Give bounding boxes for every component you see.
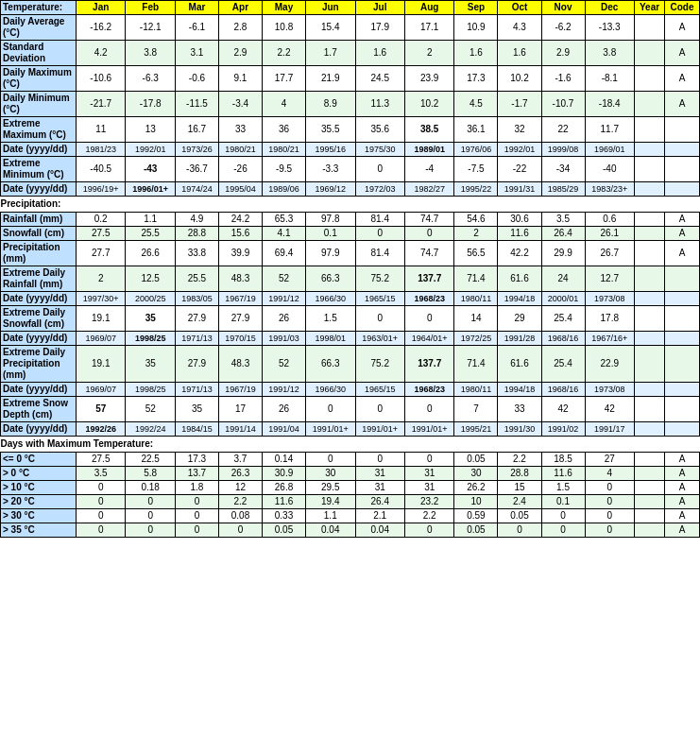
col-year: Year bbox=[635, 1, 665, 15]
cell-date-extreme-min-col-1: 1996/01+ bbox=[126, 182, 175, 197]
cell-days-gt30-col-11: 0 bbox=[585, 509, 634, 523]
label-extreme-daily-precip: Extreme Daily Precipitation (mm) bbox=[1, 346, 77, 383]
cell-precipitation-col-0: 27.7 bbox=[77, 241, 126, 266]
cell-extreme-daily-rain-col-5: 66.3 bbox=[306, 266, 355, 292]
cell-date-extreme-max-col-0: 1981/23 bbox=[77, 143, 126, 157]
table-body: Daily Average (°C)-16.2-12.1-6.12.810.81… bbox=[1, 15, 700, 538]
cell-std-dev-col-7: 2 bbox=[404, 41, 453, 66]
section-header-label: Precipitation: bbox=[1, 197, 700, 213]
cell-days-gt10-col-2: 1.8 bbox=[175, 481, 218, 495]
cell-days-gt20-col-13: A bbox=[665, 495, 700, 509]
cell-snowfall-col-6: 0 bbox=[355, 227, 404, 241]
cell-rainfall-col-7: 74.7 bbox=[404, 213, 453, 227]
cell-days-gt20-col-9: 2.4 bbox=[498, 495, 541, 509]
cell-daily-avg-col-5: 15.4 bbox=[306, 15, 355, 41]
cell-extreme-max-col-10: 22 bbox=[541, 117, 585, 143]
cell-date-extreme-daily-precip-col-12 bbox=[635, 383, 665, 397]
cell-rainfall-col-9: 30.6 bbox=[498, 213, 541, 227]
label-snowfall: Snowfall (cm) bbox=[1, 227, 77, 241]
cell-daily-avg-col-4: 10.8 bbox=[263, 15, 306, 41]
cell-date-extreme-daily-precip-col-0: 1969/07 bbox=[77, 383, 126, 397]
row-days-gt0: > 0 °C3.55.813.726.330.93031313028.811.6… bbox=[1, 467, 700, 481]
cell-extreme-daily-precip-col-13 bbox=[665, 346, 700, 383]
cell-extreme-daily-snow-col-2: 27.9 bbox=[175, 306, 218, 332]
cell-extreme-daily-precip-col-6: 75.2 bbox=[355, 346, 404, 383]
cell-days-gt35-col-2: 0 bbox=[175, 523, 218, 538]
cell-rainfall-col-1: 1.1 bbox=[126, 213, 175, 227]
cell-days-le0-col-3: 3.7 bbox=[218, 453, 262, 467]
cell-date-extreme-min-col-2: 1974/24 bbox=[175, 182, 218, 197]
cell-daily-min-col-8: 4.5 bbox=[454, 92, 498, 117]
cell-snowfall-col-8: 2 bbox=[454, 227, 498, 241]
cell-days-gt0-col-11: 4 bbox=[585, 467, 634, 481]
cell-extreme-snow-depth-col-9: 33 bbox=[498, 397, 541, 422]
cell-snowfall-col-3: 15.6 bbox=[218, 227, 262, 241]
cell-date-extreme-min-col-0: 1996/19+ bbox=[77, 182, 126, 197]
cell-extreme-min-col-8: -7.5 bbox=[454, 157, 498, 182]
row-days-gt20: > 20 °C0002.211.619.426.423.2102.40.10A bbox=[1, 495, 700, 509]
cell-extreme-daily-snow-col-6: 0 bbox=[355, 306, 404, 332]
cell-date-extreme-daily-precip-col-5: 1966/30 bbox=[306, 383, 355, 397]
row-snowfall: Snowfall (cm)27.525.528.815.64.10.100211… bbox=[1, 227, 700, 241]
cell-rainfall-col-12 bbox=[635, 213, 665, 227]
cell-extreme-daily-snow-col-0: 19.1 bbox=[77, 306, 126, 332]
cell-date-extreme-daily-snow-col-0: 1969/07 bbox=[77, 332, 126, 346]
cell-daily-max-col-5: 21.9 bbox=[306, 66, 355, 92]
cell-date-extreme-snow-depth-col-0: 1992/26 bbox=[77, 422, 126, 437]
label-date-extreme-max: Date (yyyy/dd) bbox=[1, 143, 77, 157]
cell-date-extreme-min-col-10: 1985/29 bbox=[541, 182, 585, 197]
cell-daily-avg-col-8: 10.9 bbox=[454, 15, 498, 41]
cell-daily-max-col-3: 9.1 bbox=[218, 66, 262, 92]
cell-daily-min-col-11: -18.4 bbox=[585, 92, 634, 117]
cell-extreme-snow-depth-col-8: 7 bbox=[454, 397, 498, 422]
cell-extreme-daily-snow-col-8: 14 bbox=[454, 306, 498, 332]
cell-date-extreme-min-col-8: 1995/22 bbox=[454, 182, 498, 197]
cell-date-extreme-max-col-5: 1995/16 bbox=[306, 143, 355, 157]
col-mar: Mar bbox=[175, 1, 218, 15]
cell-date-extreme-daily-rain-col-5: 1966/30 bbox=[306, 292, 355, 306]
cell-days-gt10-col-3: 12 bbox=[218, 481, 262, 495]
cell-extreme-max-col-1: 13 bbox=[126, 117, 175, 143]
climate-table: Temperature: Jan Feb Mar Apr May Jun Jul… bbox=[0, 0, 700, 538]
cell-std-dev-col-11: 3.8 bbox=[585, 41, 634, 66]
label-date-extreme-daily-precip: Date (yyyy/dd) bbox=[1, 383, 77, 397]
cell-extreme-min-col-3: -26 bbox=[218, 157, 262, 182]
cell-extreme-daily-rain-col-10: 24 bbox=[541, 266, 585, 292]
cell-days-gt20-col-5: 19.4 bbox=[306, 495, 355, 509]
cell-days-gt20-col-12 bbox=[635, 495, 665, 509]
cell-rainfall-col-6: 81.4 bbox=[355, 213, 404, 227]
cell-daily-max-col-4: 17.7 bbox=[263, 66, 306, 92]
label-extreme-max: Extreme Maximum (°C) bbox=[1, 117, 77, 143]
cell-extreme-snow-depth-col-3: 17 bbox=[218, 397, 262, 422]
cell-extreme-daily-rain-col-2: 25.5 bbox=[175, 266, 218, 292]
cell-daily-min-col-4: 4 bbox=[263, 92, 306, 117]
label-days-gt30: > 30 °C bbox=[1, 509, 77, 523]
cell-extreme-daily-snow-col-9: 29 bbox=[498, 306, 541, 332]
cell-days-gt35-col-0: 0 bbox=[77, 523, 126, 538]
cell-precipitation-col-9: 42.2 bbox=[498, 241, 541, 266]
col-jan: Jan bbox=[77, 1, 126, 15]
cell-date-extreme-daily-precip-col-4: 1991/12 bbox=[263, 383, 306, 397]
cell-days-gt35-col-13: A bbox=[665, 523, 700, 538]
row-days-gt35: > 35 °C00000.050.040.0400.05000A bbox=[1, 523, 700, 538]
cell-daily-avg-col-12 bbox=[635, 15, 665, 41]
cell-date-extreme-daily-rain-col-0: 1997/30+ bbox=[77, 292, 126, 306]
cell-date-extreme-min-col-6: 1972/03 bbox=[355, 182, 404, 197]
cell-date-extreme-daily-precip-col-9: 1994/18 bbox=[498, 383, 541, 397]
cell-snowfall-col-4: 4.1 bbox=[263, 227, 306, 241]
cell-days-gt0-col-13: A bbox=[665, 467, 700, 481]
cell-days-le0-col-6: 0 bbox=[355, 453, 404, 467]
cell-date-extreme-daily-precip-col-8: 1980/11 bbox=[454, 383, 498, 397]
row-rainfall: Rainfall (mm)0.21.14.924.265.397.881.474… bbox=[1, 213, 700, 227]
cell-date-extreme-snow-depth-col-6: 1991/01+ bbox=[355, 422, 404, 437]
cell-date-extreme-daily-snow-col-8: 1972/25 bbox=[454, 332, 498, 346]
cell-days-gt20-col-0: 0 bbox=[77, 495, 126, 509]
cell-days-gt10-col-4: 26.8 bbox=[263, 481, 306, 495]
label-std-dev: Standard Deviation bbox=[1, 41, 77, 66]
cell-date-extreme-min-col-9: 1991/31 bbox=[498, 182, 541, 197]
cell-days-gt0-col-10: 11.6 bbox=[541, 467, 585, 481]
row-extreme-daily-snow: Extreme Daily Snowfall (cm)19.13527.927.… bbox=[1, 306, 700, 332]
cell-extreme-daily-rain-col-4: 52 bbox=[263, 266, 306, 292]
cell-extreme-daily-precip-col-10: 25.4 bbox=[541, 346, 585, 383]
cell-date-extreme-max-col-8: 1976/06 bbox=[454, 143, 498, 157]
